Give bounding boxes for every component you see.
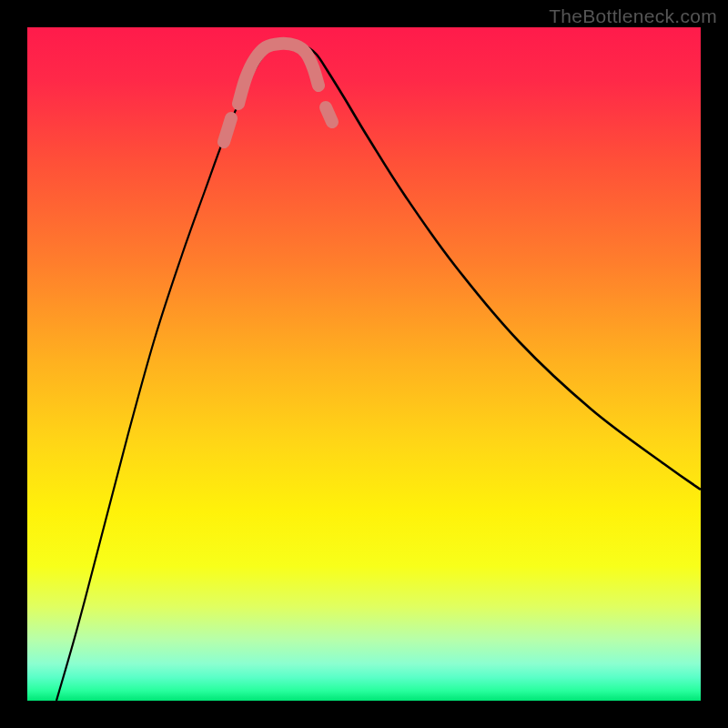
chart-frame: TheBottleneck.com (0, 0, 728, 728)
series-bottom-dot-right-1 (326, 107, 332, 122)
series-right-ascent (308, 47, 701, 490)
series-left-descent (56, 47, 271, 701)
series-bottom-segment (238, 44, 318, 104)
watermark-text: TheBottleneck.com (549, 5, 717, 27)
series-bottom-dot-left-1 (224, 118, 231, 142)
curve-layer (27, 27, 701, 701)
plot-area (27, 27, 701, 701)
